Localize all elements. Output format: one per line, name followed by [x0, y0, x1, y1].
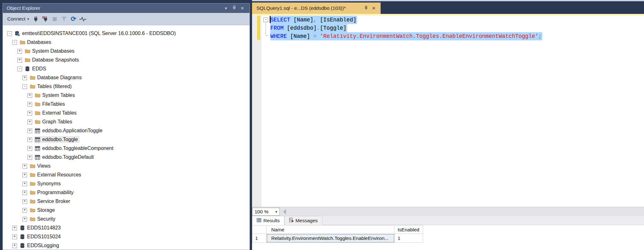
tree-item-system-tables[interactable]: +System Tables: [3, 91, 250, 100]
tree-item-filetables[interactable]: +FileTables: [3, 100, 250, 109]
stop-icon[interactable]: [50, 17, 59, 21]
tab-results[interactable]: Results: [252, 216, 285, 225]
disconnect-plug-icon[interactable]: [40, 16, 50, 22]
expand-icon[interactable]: +: [12, 235, 17, 239]
selected-text: FROM [eddsdbo].[Toggle]: [270, 24, 347, 32]
tree-item-tables-filtered[interactable]: -Tables (filtered): [3, 82, 250, 91]
grid-cell-name[interactable]: Relativity.EnvironmentWatch.Toggles.Enab…: [267, 234, 394, 243]
fold-collapse-icon[interactable]: -: [263, 17, 268, 22]
editor-region: SQLQuery1.sql - e...DS (eddsdbo (103))* …: [252, 0, 644, 250]
tree-item-content: Tables (filtered): [29, 83, 73, 90]
tree-item-label: eddsdbo.ToggleDefault: [42, 154, 94, 160]
tab-messages[interactable]: Messages: [285, 216, 323, 225]
collapse-icon[interactable]: -: [22, 84, 27, 89]
tree-item-edds1014823[interactable]: +EDDS1014823: [3, 223, 250, 232]
tree-item-external-resources[interactable]: +External Resources: [3, 170, 250, 179]
close-icon[interactable]: ✕: [370, 6, 377, 11]
folder-icon: [25, 57, 30, 62]
expand-icon[interactable]: +: [17, 58, 22, 62]
expand-icon[interactable]: +: [12, 226, 17, 230]
tree-item-label: Service Broker: [37, 199, 70, 204]
sql-editor[interactable]: - SELECT [Name], [IsEnabled]FROM [eddsdb…: [252, 15, 644, 207]
tree-item-security[interactable]: +Security: [3, 215, 250, 223]
expand-icon[interactable]: +: [27, 93, 32, 98]
folder-icon: [35, 102, 40, 107]
database-icon: [20, 243, 25, 248]
tree-item-service-broker[interactable]: +Service Broker: [3, 197, 250, 206]
object-explorer-tree: -emttest\EDDSINSTANCE001 (SQL Server 16.…: [3, 25, 250, 250]
tree-item-eddslogging[interactable]: +EDDSLogging: [3, 241, 250, 250]
tree-item-database-diagrams[interactable]: +Database Diagrams: [3, 73, 250, 82]
collapse-icon[interactable]: -: [17, 67, 22, 71]
tree-item-emttest-eddsinstance001-sql-server-16-0-1000-6-eddsdbo[interactable]: -emttest\EDDSINSTANCE001 (SQL Server 16.…: [3, 29, 250, 38]
expand-icon[interactable]: +: [22, 199, 27, 204]
expand-icon[interactable]: +: [22, 208, 27, 213]
tree-item-databases[interactable]: -Databases: [3, 38, 250, 47]
expand-icon[interactable]: +: [27, 155, 32, 160]
tree-item-eddsdbo-toggledefault[interactable]: +eddsdbo.ToggleDefault: [3, 153, 250, 162]
code-line-3[interactable]: WHERE [Name] = 'Relativity.EnvironmentWa…: [270, 32, 542, 40]
connect-label: Connect: [7, 16, 26, 22]
connect-button[interactable]: Connect ▾: [5, 15, 31, 23]
expand-icon[interactable]: +: [27, 111, 32, 116]
token-id: [290, 17, 294, 23]
database-icon: [20, 234, 25, 239]
expand-icon[interactable]: +: [22, 217, 27, 222]
object-explorer-titlebar[interactable]: Object Explorer ▾ ✕: [3, 3, 250, 13]
panel-splitter[interactable]: [250, 0, 252, 250]
expand-icon[interactable]: +: [22, 190, 27, 195]
tree-item-eddsdbo-applicationtoggle[interactable]: +eddsdbo.ApplicationToggle: [3, 126, 250, 135]
collapse-icon[interactable]: -: [7, 31, 12, 36]
connect-plug-icon[interactable]: [31, 16, 40, 22]
expand-icon[interactable]: +: [27, 146, 32, 151]
expand-icon[interactable]: +: [12, 243, 17, 248]
tree-item-database-snapshots[interactable]: +Database Snapshots: [3, 56, 250, 64]
folder-icon: [30, 181, 35, 186]
expand-icon[interactable]: +: [22, 173, 27, 177]
expand-icon[interactable]: +: [22, 164, 27, 169]
tree-item-storage[interactable]: +Storage: [3, 206, 250, 215]
token-id: [Name]: [294, 17, 313, 23]
expand-icon[interactable]: +: [22, 75, 27, 80]
editor-gutter: [252, 15, 262, 207]
tree-item-views[interactable]: +Views: [3, 162, 250, 170]
tree-item-edds[interactable]: -EDDS: [3, 64, 250, 73]
token-kw: WHERE: [270, 33, 287, 39]
collapse-icon[interactable]: -: [12, 40, 17, 45]
tree-item-label: eddsdbo.ToggleableComponent: [42, 146, 113, 151]
tree-item-system-databases[interactable]: +System Databases: [3, 47, 250, 56]
code-line-2[interactable]: FROM [eddsdbo].[Toggle]: [270, 24, 542, 32]
grid-row-number[interactable]: 1: [252, 234, 267, 243]
code-line-1[interactable]: SELECT [Name], [IsEnabled]: [270, 16, 542, 24]
expand-icon[interactable]: +: [17, 49, 22, 54]
tree-item-eddsdbo-toggle[interactable]: +eddsdbo.Toggle: [3, 135, 250, 144]
close-icon[interactable]: ✕: [238, 6, 246, 11]
filter-icon[interactable]: [59, 17, 69, 21]
tree-item-external-tables[interactable]: +External Tables: [3, 109, 250, 117]
expand-icon[interactable]: +: [27, 102, 32, 107]
expand-icon[interactable]: +: [22, 182, 27, 186]
grid-header-isenabled[interactable]: IsEnabled: [394, 225, 423, 234]
tree-item-label: Database Diagrams: [37, 75, 82, 80]
grid-header-rownum[interactable]: [252, 225, 267, 234]
expand-icon[interactable]: +: [27, 137, 32, 142]
tree-item-eddsdbo-toggleablecomponent[interactable]: +eddsdbo.ToggleableComponent: [3, 144, 250, 153]
pin-icon[interactable]: [362, 6, 370, 11]
token-op: =: [313, 33, 317, 39]
zoom-select[interactable]: 100 % ▾: [252, 208, 280, 216]
tree-item-graph-tables[interactable]: +Graph Tables: [3, 117, 250, 126]
grid-cell-isenabled[interactable]: 1: [394, 234, 423, 243]
pin-icon[interactable]: [230, 5, 238, 11]
tree-item-programmability[interactable]: +Programmability: [3, 188, 250, 197]
expand-icon[interactable]: +: [27, 120, 32, 124]
grid-header-name[interactable]: Name: [267, 225, 394, 234]
refresh-icon[interactable]: ⟳: [69, 15, 78, 23]
tree-item-edds1015024[interactable]: +EDDS1015024: [3, 232, 250, 241]
tree-item-synonyms[interactable]: +Synonyms: [3, 179, 250, 188]
activity-monitor-icon[interactable]: [78, 17, 88, 21]
chevron-down-icon[interactable]: ▾: [222, 6, 230, 11]
scroll-left-arrow-icon[interactable]: [283, 209, 286, 214]
expand-icon[interactable]: +: [27, 128, 32, 133]
code-text[interactable]: SELECT [Name], [IsEnabled]FROM [eddsdbo]…: [270, 16, 542, 40]
document-tab[interactable]: SQLQuery1.sql - e...DS (eddsdbo (103))* …: [252, 3, 381, 14]
